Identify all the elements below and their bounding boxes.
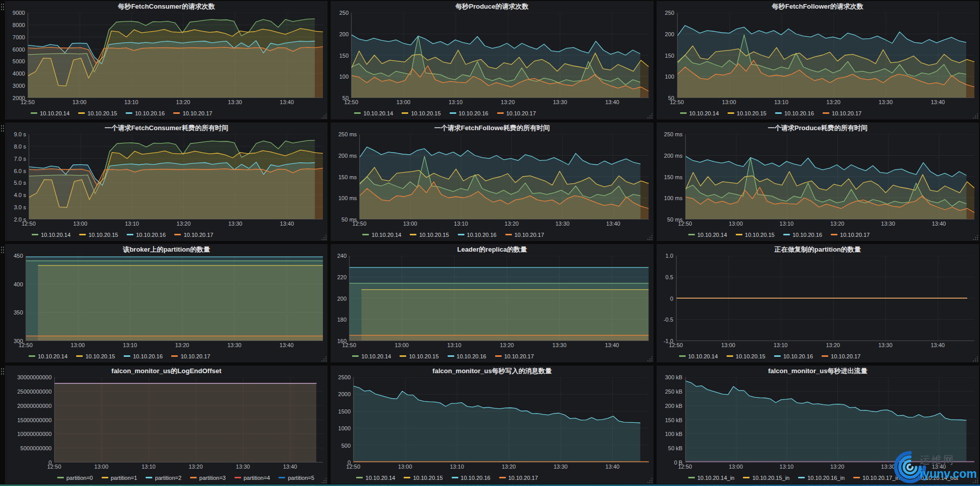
row-drag-handle[interactable] bbox=[1, 3, 5, 11]
legend-item[interactable]: 10.10.20.14_in bbox=[688, 475, 735, 481]
x-tick-label: 13:40 bbox=[280, 221, 294, 227]
legend-item[interactable]: 10.10.20.14 bbox=[352, 353, 391, 359]
legend-item[interactable]: 10.10.20.15 bbox=[736, 232, 775, 238]
series-color-dash bbox=[499, 477, 506, 478]
legend-item[interactable]: 10.10.20.16 bbox=[124, 353, 162, 359]
chart-canvas[interactable] bbox=[26, 256, 323, 341]
panel-legend: 10.10.20.1410.10.20.1510.10.20.1610.10.2… bbox=[29, 352, 323, 360]
x-tick-label: 13:10 bbox=[774, 99, 788, 105]
legend-item[interactable]: 10.10.20.17 bbox=[831, 232, 870, 238]
chart-canvas[interactable] bbox=[685, 377, 974, 463]
y-tick-label: 450 bbox=[14, 253, 23, 259]
panel-title[interactable]: falcon_monitor_us每秒进出流量 bbox=[657, 366, 979, 377]
legend-item[interactable]: 10.10.20.15 bbox=[728, 110, 766, 116]
y-tick-label: 200 kB bbox=[665, 403, 682, 409]
legend-item[interactable]: 10.10.20.14 bbox=[29, 353, 67, 359]
x-tick-label: 12:50 bbox=[678, 221, 692, 227]
legend-item[interactable]: 10.10.20.14 bbox=[680, 110, 719, 116]
legend-item[interactable]: 10.10.20.16 bbox=[775, 110, 814, 116]
legend-item[interactable]: 10.10.20.16 bbox=[783, 232, 822, 238]
legend-item[interactable]: 10.10.20.14 bbox=[356, 475, 395, 481]
chart-canvas[interactable] bbox=[349, 256, 648, 341]
legend-item[interactable]: 10.10.20.15 bbox=[410, 232, 449, 238]
chart-canvas[interactable] bbox=[677, 13, 974, 98]
y-axis: 3000000000025000000000200000000001500000… bbox=[5, 377, 54, 463]
panel-title[interactable]: Leader的replica的数量 bbox=[331, 244, 653, 255]
legend-item[interactable]: 10.10.20.15 bbox=[402, 110, 440, 116]
legend-item[interactable]: 10.10.20.15 bbox=[76, 353, 115, 359]
legend-item[interactable]: 10.10.20.17 bbox=[505, 232, 544, 238]
chart-canvas[interactable] bbox=[351, 13, 648, 98]
panel-title[interactable]: falcon_monitor_us的LogEndOffset bbox=[5, 366, 328, 377]
y-tick-label: 7.0 s bbox=[14, 156, 26, 162]
panel-title[interactable]: 每秒FetchConsumer的请求次数 bbox=[5, 1, 328, 12]
legend-item[interactable]: partition=5 bbox=[278, 475, 314, 481]
chart-canvas[interactable] bbox=[29, 134, 323, 220]
x-tick-label: 13:40 bbox=[280, 99, 294, 105]
legend-item[interactable]: 10.10.20.15 bbox=[78, 110, 117, 116]
legend-item[interactable]: 10.10.20.14 bbox=[362, 232, 401, 238]
legend-item[interactable]: 10.10.20.17 bbox=[497, 110, 536, 116]
legend-item[interactable]: 10.10.20.16 bbox=[452, 475, 491, 481]
legend-item[interactable]: 10.10.20.15 bbox=[79, 232, 118, 238]
legend-item[interactable]: 10.10.20.14 bbox=[31, 110, 69, 116]
row-drag-handle[interactable] bbox=[1, 368, 5, 376]
x-tick-label: 13:00 bbox=[71, 342, 85, 348]
legend-label: 10.10.20.14 bbox=[688, 353, 718, 359]
legend-item[interactable]: 10.10.20.17 bbox=[822, 353, 860, 359]
legend-item[interactable]: 10.10.20.16 bbox=[126, 110, 165, 116]
legend-item[interactable]: 10.10.20.14 bbox=[688, 232, 727, 238]
legend-item[interactable]: partition=4 bbox=[235, 475, 270, 481]
panel-title[interactable]: 一个请求FetchConsumer耗费的所有时间 bbox=[5, 123, 328, 134]
legend-item[interactable]: 10.10.20.16 bbox=[774, 353, 813, 359]
legend-item[interactable]: partition=0 bbox=[57, 475, 93, 481]
chart-canvas[interactable] bbox=[685, 134, 974, 220]
legend-item[interactable]: 10.10.20.14 bbox=[32, 232, 71, 238]
panel-title[interactable]: 一个请求Produce耗费的所有时间 bbox=[657, 123, 979, 134]
chart-canvas[interactable] bbox=[353, 377, 648, 463]
legend-item[interactable]: 10.10.20.17 bbox=[823, 110, 861, 116]
legend-item[interactable]: 10.10.20.14 bbox=[679, 353, 718, 359]
legend-item[interactable]: 10.10.20.16 bbox=[127, 232, 166, 238]
chart-canvas[interactable] bbox=[676, 256, 974, 341]
legend-item[interactable]: 10.10.20.16 bbox=[458, 232, 497, 238]
legend-item[interactable]: partition=1 bbox=[102, 475, 137, 481]
panel-body: 90008000700060005000400030002000 bbox=[5, 13, 323, 98]
legend-item[interactable]: 10.10.20.17 bbox=[174, 232, 213, 238]
legend-item[interactable]: partition=2 bbox=[146, 475, 181, 481]
row-drag-handle[interactable] bbox=[1, 246, 5, 254]
panel-title[interactable]: 每秒Produce的请求次数 bbox=[331, 1, 653, 12]
y-tick-label: -0.5 bbox=[664, 317, 673, 323]
watermark-site-url[interactable]: iyunv.com bbox=[920, 467, 977, 481]
series-color-dash bbox=[823, 112, 829, 114]
legend-item[interactable]: 10.10.20.16_in bbox=[798, 475, 845, 481]
legend-item[interactable]: 10.10.20.17 bbox=[499, 475, 538, 481]
legend-item[interactable]: 10.10.20.15 bbox=[400, 353, 438, 359]
legend-item[interactable]: 10.10.20.15_in bbox=[743, 475, 789, 481]
panel-legend: partition=0partition=1partition=2partiti… bbox=[57, 473, 323, 482]
legend-item[interactable]: 10.10.20.16 bbox=[450, 110, 488, 116]
series-color-dash bbox=[171, 355, 178, 357]
legend-item[interactable]: 10.10.20.15 bbox=[404, 475, 442, 481]
y-tick-label: 1500 bbox=[338, 408, 351, 415]
panel-title[interactable]: 正在做复制的partition的数量 bbox=[657, 244, 979, 255]
panel-title[interactable]: 一个请求FetchFollowe耗费的所有时间 bbox=[331, 123, 653, 134]
legend-item[interactable]: 10.10.20.14 bbox=[354, 110, 393, 116]
legend-item[interactable]: 10.10.20.17 bbox=[173, 110, 212, 116]
row-drag-handle[interactable] bbox=[1, 125, 5, 133]
y-tick-label: 200 ms bbox=[338, 153, 357, 159]
legend-item[interactable]: 10.10.20.16 bbox=[448, 353, 486, 359]
legend-item[interactable]: 10.10.20.15 bbox=[727, 353, 765, 359]
panel-title[interactable]: falcon_monitor_us每秒写入的消息数量 bbox=[331, 366, 653, 377]
chart-canvas[interactable] bbox=[359, 134, 648, 220]
legend-item[interactable]: 10.10.20.17 bbox=[495, 353, 534, 359]
legend-label: 10.10.20.15 bbox=[85, 353, 115, 359]
legend-label: 10.10.20.15 bbox=[736, 353, 765, 359]
legend-item[interactable]: partition=3 bbox=[190, 475, 226, 481]
legend-item[interactable]: 10.10.20.17 bbox=[171, 353, 210, 359]
chart-canvas[interactable] bbox=[54, 377, 323, 463]
chart-canvas[interactable] bbox=[28, 13, 323, 98]
y-axis: 25002000150010005000 bbox=[331, 377, 353, 463]
panel-title[interactable]: 该broker上的partition的数量 bbox=[5, 244, 328, 255]
panel-title[interactable]: 每秒FetchFollower的请求次数 bbox=[657, 1, 979, 12]
